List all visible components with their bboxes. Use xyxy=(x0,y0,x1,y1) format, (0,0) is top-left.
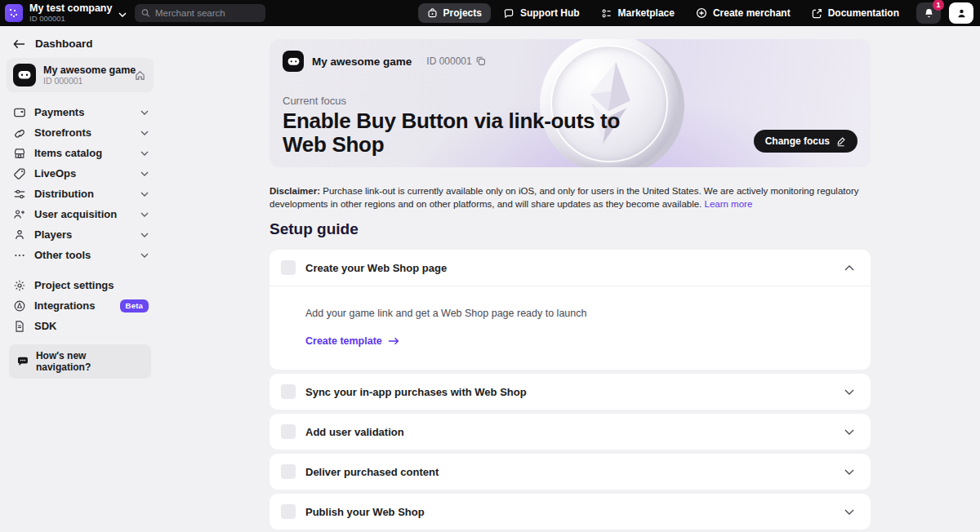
sidebar: Dashboard My awesome game ID 000001 Paym… xyxy=(0,26,160,532)
step-label: Sync your in-app purchases with Web Shop xyxy=(305,386,835,398)
step-label: Publish your Web Shop xyxy=(305,506,835,518)
nav-projects-label: Projects xyxy=(443,7,482,19)
company-switcher[interactable]: My test company ID 000001 xyxy=(29,3,112,22)
disclaimer-text: Disclaimer: Purchase link-out is current… xyxy=(270,184,871,211)
sidebar-item-other-tools[interactable]: Other tools xyxy=(0,245,160,265)
chevron-down-icon[interactable] xyxy=(844,429,854,435)
step-header[interactable]: Sync your in-app purchases with Web Shop xyxy=(270,374,871,410)
create-template-link[interactable]: Create template xyxy=(305,335,854,347)
chevron-down-icon[interactable] xyxy=(140,131,149,135)
account-button[interactable] xyxy=(949,2,973,24)
step-add-user-validation: Add user validation xyxy=(270,414,871,450)
sidebar-item-project-settings[interactable]: Project settings xyxy=(0,275,160,295)
change-focus-button[interactable]: Change focus xyxy=(754,130,858,153)
distribution-icon xyxy=(13,188,26,201)
integrations-icon xyxy=(13,299,26,313)
hero-game-id-text: ID 000001 xyxy=(426,55,471,67)
nav-projects[interactable]: Projects xyxy=(418,3,491,23)
learn-more-link[interactable]: Learn more xyxy=(705,199,753,209)
sidebar-project-card[interactable]: My awesome game ID 000001 xyxy=(7,58,154,92)
chevron-down-icon[interactable] xyxy=(844,469,854,475)
focus-title: Enable Buy Button via link-outs to Web S… xyxy=(283,109,646,157)
chevron-up-icon[interactable] xyxy=(844,265,854,271)
step-header[interactable]: Create your Web Shop page xyxy=(270,250,871,286)
menu-label: Payments xyxy=(34,106,132,118)
chevron-down-icon[interactable] xyxy=(140,212,149,217)
chevron-down-icon[interactable] xyxy=(140,253,149,258)
other-tools-icon xyxy=(13,249,26,262)
chevron-down-icon[interactable] xyxy=(140,171,149,176)
game-icon xyxy=(13,64,36,86)
search-icon xyxy=(141,8,150,18)
chevron-down-icon[interactable] xyxy=(140,233,149,237)
main-area: My awesome game ID 000001 Current focus … xyxy=(160,26,980,532)
step-label: Create your Web Shop page xyxy=(305,262,835,274)
liveops-icon xyxy=(13,167,26,180)
sidebar-item-liveops[interactable]: LiveOps xyxy=(0,163,160,184)
hero-game-id: ID 000001 xyxy=(426,55,485,67)
user-acquisition-icon xyxy=(13,208,26,221)
new-navigation-hint[interactable]: How's new navigation? xyxy=(9,344,151,379)
company-name: My test company xyxy=(29,3,112,14)
game-icon xyxy=(283,51,304,72)
arrow-right-icon xyxy=(388,337,399,345)
items-catalog-icon xyxy=(13,147,26,160)
step-checkbox[interactable] xyxy=(281,424,296,439)
chevron-down-icon[interactable] xyxy=(844,389,854,395)
create-template-label: Create template xyxy=(305,335,382,347)
step-deliver-purchased-content: Deliver purchased content xyxy=(270,454,871,490)
nav-marketplace[interactable]: Marketplace xyxy=(592,3,684,23)
merchant-search[interactable] xyxy=(135,4,265,22)
menu-divider-gap xyxy=(0,265,160,275)
step-header[interactable]: Deliver purchased content xyxy=(270,454,871,490)
chevron-down-icon[interactable] xyxy=(140,110,149,115)
nav-support-hub-label: Support Hub xyxy=(520,7,580,19)
payments-icon xyxy=(13,106,26,119)
nav-documentation[interactable]: Documentation xyxy=(803,3,908,23)
sidebar-item-players[interactable]: Players xyxy=(0,224,160,245)
step-checkbox[interactable] xyxy=(281,464,296,479)
gear-icon xyxy=(13,279,26,292)
home-icon[interactable] xyxy=(135,70,145,81)
sidebar-menu: Payments Storefronts Items catalog LiveO… xyxy=(0,102,160,336)
chevron-down-icon[interactable] xyxy=(140,151,149,156)
sidebar-back-dashboard[interactable]: Dashboard xyxy=(0,34,160,58)
current-focus-eyebrow: Current focus xyxy=(283,95,346,107)
menu-label: Project settings xyxy=(34,279,149,291)
sidebar-item-integrations[interactable]: Integrations Beta xyxy=(0,295,160,316)
chevron-down-icon[interactable] xyxy=(140,192,149,197)
sidebar-item-distribution[interactable]: Distribution xyxy=(0,184,160,204)
new-navigation-label: How's new navigation? xyxy=(36,350,143,373)
sidebar-item-storefronts[interactable]: Storefronts xyxy=(0,122,160,143)
step-checkbox[interactable] xyxy=(281,384,296,399)
step-body: Add your game link and get a Web Shop pa… xyxy=(270,286,871,370)
nav-documentation-label: Documentation xyxy=(828,7,899,19)
sidebar-item-items-catalog[interactable]: Items catalog xyxy=(0,143,160,163)
sidebar-item-payments[interactable]: Payments xyxy=(0,102,160,122)
step-checkbox[interactable] xyxy=(281,260,296,275)
sidebar-item-sdk[interactable]: SDK xyxy=(0,316,160,336)
step-header[interactable]: Add user validation xyxy=(270,414,871,450)
chevron-down-icon[interactable] xyxy=(844,509,854,515)
notifications-button[interactable]: 1 xyxy=(916,2,941,24)
sidebar-item-user-acquisition[interactable]: User acquisition xyxy=(0,204,160,224)
nav-create-merchant[interactable]: Create merchant xyxy=(687,3,800,23)
storefronts-icon xyxy=(13,126,26,140)
chevron-down-icon[interactable] xyxy=(118,6,127,20)
project-meta: My awesome game ID 000001 xyxy=(43,64,127,86)
company-logo[interactable] xyxy=(5,4,23,22)
company-id: ID 000001 xyxy=(29,15,112,23)
merchant-search-input[interactable] xyxy=(155,8,259,18)
step-label: Deliver purchased content xyxy=(305,466,835,478)
step-checkbox[interactable] xyxy=(281,504,296,519)
disclaimer-bold: Disclaimer: xyxy=(270,186,320,196)
notification-badge: 1 xyxy=(933,0,944,11)
step-header[interactable]: Publish your Web Shop xyxy=(270,494,871,530)
nav-support-hub[interactable]: Support Hub xyxy=(494,3,589,23)
top-nav: Projects Support Hub Marketplace Create … xyxy=(418,2,973,24)
players-icon xyxy=(13,228,26,242)
step-label: Add user validation xyxy=(305,426,835,438)
copy-icon[interactable] xyxy=(476,56,486,66)
marketplace-icon xyxy=(601,8,612,19)
hero-game-name: My awesome game xyxy=(312,55,412,68)
